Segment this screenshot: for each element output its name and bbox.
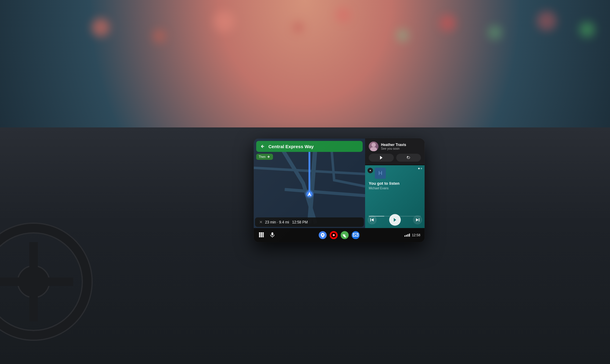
bokeh-light [152,29,166,43]
svg-marker-11 [394,218,396,222]
trip-close-icon[interactable]: ✕ [259,220,263,224]
svg-rect-16 [263,232,264,234]
artist-name: Michael Evans [369,187,421,190]
svg-marker-4 [380,156,382,159]
nav-turn-arrow-icon [260,143,266,149]
svg-rect-21 [261,236,262,237]
dot-2 [421,168,422,169]
android-auto-screen: Central Express Way Then ✕ 23 min · 9.4 [254,138,425,242]
trip-details: 23 min · 9.4 mi 12:58 PM [265,220,308,224]
reply-button[interactable] [396,154,421,162]
bokeh-light [439,15,456,31]
song-title: You got to listen [369,181,421,186]
svg-rect-15 [261,232,262,234]
svg-point-6 [370,170,371,171]
bokeh-light [580,22,595,37]
previous-track-button[interactable] [368,215,377,224]
svg-point-32 [352,231,360,239]
clock-display: 12:58 [412,233,420,237]
dot-1 [418,168,420,169]
bottom-bar: 12:58 [254,228,425,242]
bokeh-light [214,11,235,32]
bottom-right-status: 12:58 [404,233,420,237]
steering-wheel [0,224,92,340]
apps-grid-button[interactable] [258,231,265,239]
bokeh-light [293,22,303,33]
youtube-music-app-icon[interactable] [330,231,338,239]
then-label: Then [259,155,266,159]
svg-rect-23 [271,232,273,235]
bottom-app-icons [319,231,360,239]
bokeh-light [537,11,557,31]
music-controls [368,214,422,226]
svg-marker-13 [416,218,418,221]
svg-rect-9 [370,218,371,221]
svg-rect-19 [263,234,264,236]
pagination-dots [418,168,422,169]
maps-app-icon[interactable] [319,231,327,239]
music-title-area: You got to listen Michael Evans [369,181,421,190]
svg-marker-10 [371,218,374,221]
signal-icon [404,234,410,237]
contact-name: Heather Travis [381,143,421,147]
steering-wheel-area [0,0,122,364]
notification-card: Heather Travis See you soon [365,138,425,165]
nav-header: Central Express Way [256,141,363,152]
svg-rect-22 [263,236,264,237]
background-scene: Central Express Way Then ✕ 23 min · 9.4 [0,0,610,364]
svg-rect-14 [259,232,260,234]
svg-rect-17 [259,234,260,236]
nav-street-name: Central Express Way [268,144,359,149]
bokeh-light [336,7,351,23]
notification-message: See you soon [381,147,421,150]
album-art: H [375,168,386,179]
svg-rect-12 [419,218,419,221]
right-panel: Heather Travis See you soon [365,138,425,228]
bokeh-light [488,26,502,39]
music-service-icon [368,168,373,173]
next-track-button[interactable] [413,215,422,224]
bokeh-light [396,29,409,41]
microphone-button[interactable] [269,231,276,239]
then-indicator: Then [256,154,273,160]
play-pause-button[interactable] [389,214,401,226]
play-message-button[interactable] [369,154,394,162]
messages-app-icon[interactable] [352,231,360,239]
map-section[interactable]: Central Express Way Then ✕ 23 min · 9.4 [254,138,365,228]
svg-rect-20 [259,236,260,237]
svg-rect-18 [261,234,262,236]
contact-avatar [369,141,379,151]
music-card: H You got to listen Michael Evans [365,165,425,228]
svg-text:H: H [379,170,382,176]
svg-point-26 [322,234,324,236]
trip-info-bar: ✕ 23 min · 9.4 mi 12:58 PM [255,217,364,227]
phone-app-icon[interactable] [341,231,349,239]
